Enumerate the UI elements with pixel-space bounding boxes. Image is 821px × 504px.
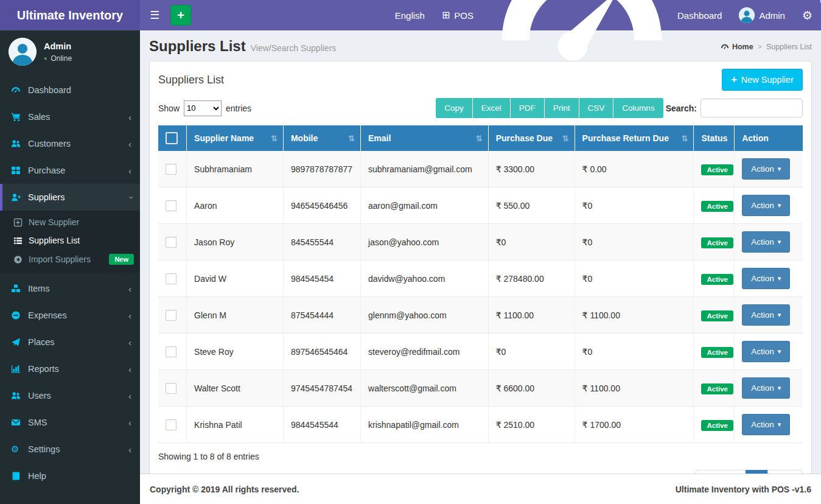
page-length-select[interactable]: 10 <box>184 100 222 116</box>
chevron-left-icon: ‹ <box>128 337 131 348</box>
status-badge: Active <box>701 274 733 285</box>
sort-icon: ⇅ <box>476 134 483 143</box>
sidebar-menu: Dashboard Sales‹ Customers‹ Purchase‹ Su… <box>0 77 140 211</box>
table-row: Krishna Patil 9844545544 krishnapatil@gm… <box>158 407 803 443</box>
col-status[interactable]: Status <box>694 125 735 151</box>
col-purchase-due[interactable]: Purchase Due⇅ <box>488 125 575 151</box>
table-row: Jason Roy 845455544 jason@yahoo.com ₹0 ₹… <box>158 224 803 261</box>
purchase-due-cell: ₹ 2510.00 <box>488 407 575 443</box>
breadcrumb-home[interactable]: Home <box>721 43 753 51</box>
sidebar-item-sales[interactable]: Sales‹ <box>0 103 140 130</box>
sidebar-item-new-supplier[interactable]: New Supplier <box>0 213 140 231</box>
purchase-return-due-cell: ₹ 1100.00 <box>575 297 694 334</box>
status-badge: Active <box>701 383 733 394</box>
sidebar-item-help[interactable]: Help <box>0 463 140 489</box>
search-input[interactable] <box>700 99 803 117</box>
sidebar-item-places[interactable]: Places‹ <box>0 329 140 355</box>
page-length-control: Show 10 entries <box>158 100 251 116</box>
status-badge: Active <box>701 201 733 212</box>
action-button[interactable]: Action▾ <box>742 341 790 362</box>
envelope-icon <box>11 418 21 427</box>
purchase-return-due-cell: ₹0 <box>575 334 694 370</box>
row-checkbox[interactable] <box>166 310 176 321</box>
sidebar-item-customers[interactable]: Customers‹ <box>0 130 140 157</box>
action-button[interactable]: Action▾ <box>742 231 790 253</box>
sidebar-item-suppliers[interactable]: Suppliers‹ <box>0 184 140 211</box>
user-avatar <box>9 38 37 66</box>
breadcrumb: Home > Suppliers List <box>721 43 812 51</box>
sidebar-item-dashboard[interactable]: Dashboard <box>0 77 140 103</box>
plus-square-icon <box>13 218 23 227</box>
row-checkbox[interactable] <box>166 273 176 284</box>
nav-pos[interactable]: ⊞POS <box>433 0 482 30</box>
col-purchase-return-due[interactable]: Purchase Return Due⇅ <box>575 125 694 151</box>
sidebar-item-purchase[interactable]: Purchase‹ <box>0 157 140 184</box>
sidebar-item-import-suppliers[interactable]: Import SuppliersNew <box>0 250 140 269</box>
sidebar-item-settings[interactable]: ⚙Settings‹ <box>0 436 140 463</box>
content: Suppliers List View/Search Suppliers Hom… <box>140 30 821 474</box>
status-cell: Active <box>694 187 735 224</box>
sidebar-item-suppliers-list[interactable]: Suppliers List <box>0 231 140 250</box>
mobile-cell: 9897878787877 <box>283 151 360 187</box>
action-button[interactable]: Action▾ <box>742 158 790 180</box>
purchase-return-due-cell: ₹ 1100.00 <box>575 370 694 407</box>
sidebar-item-users[interactable]: Users‹ <box>0 382 140 409</box>
action-cell: Action▾ <box>735 151 803 187</box>
row-select-cell <box>158 261 187 297</box>
panel-header: Suppliers List +New Supplier <box>158 69 803 91</box>
nav-user-menu[interactable]: Admin <box>730 0 794 30</box>
action-button[interactable]: Action▾ <box>742 414 790 435</box>
sidebar-item-reports[interactable]: Reports‹ <box>0 355 140 382</box>
purchase-due-cell: ₹0 <box>488 224 575 261</box>
sidebar-item-expenses[interactable]: Expenses‹ <box>0 302 140 329</box>
new-supplier-button[interactable]: +New Supplier <box>722 69 803 91</box>
email-cell: jason@yahoo.com <box>361 224 489 261</box>
row-checkbox[interactable] <box>166 200 176 211</box>
email-cell: aaron@gmail.com <box>361 187 489 224</box>
col-action[interactable]: Action <box>735 125 803 151</box>
nav-settings[interactable]: ⚙⚙ <box>794 0 821 30</box>
nav-dashboard[interactable]: Dashboard <box>482 0 730 30</box>
pos-icon: ⊞ <box>442 10 450 20</box>
action-button[interactable]: Action▾ <box>742 377 790 399</box>
sidebar-user-panel: Admin ●Online <box>0 30 140 74</box>
nav-language[interactable]: English <box>386 0 433 30</box>
export-copy-button[interactable]: Copy <box>436 98 473 118</box>
page-subtitle: View/Search Suppliers <box>251 43 337 53</box>
chevron-left-icon: ‹ <box>128 310 131 321</box>
row-checkbox[interactable] <box>166 419 176 430</box>
arrow-circle-icon <box>13 255 23 264</box>
user-name: Admin <box>44 41 72 51</box>
footer: Copyright © 2019 All rights reserved. Ul… <box>140 474 821 504</box>
sidebar-toggle-icon[interactable]: ☰ <box>140 0 169 30</box>
breadcrumb-separator: > <box>758 43 762 51</box>
table-row: Steve Roy 897546545464 steveroy@redifmai… <box>158 334 803 370</box>
select-all-checkbox[interactable] <box>166 132 178 144</box>
row-select-cell <box>158 407 187 443</box>
sidebar-item-sms[interactable]: SMS‹ <box>0 409 140 436</box>
row-checkbox[interactable] <box>166 383 176 394</box>
col-email[interactable]: Email⇅ <box>361 125 489 151</box>
action-button[interactable]: Action▾ <box>742 304 790 326</box>
app-logo[interactable]: Ultimate Inventory <box>0 0 140 30</box>
purchase-due-cell: ₹ 278480.00 <box>488 261 575 297</box>
col-mobile[interactable]: Mobile⇅ <box>283 125 360 151</box>
content-header: Suppliers List View/Search Suppliers Hom… <box>140 30 821 61</box>
sidebar-item-items[interactable]: Items‹ <box>0 275 140 302</box>
action-button[interactable]: Action▾ <box>742 195 790 216</box>
grid-icon <box>11 166 21 175</box>
row-checkbox[interactable] <box>166 164 176 175</box>
action-button[interactable]: Action▾ <box>742 268 790 289</box>
table-row: Subhramaniam 9897878787877 subhramaniam@… <box>158 151 803 187</box>
mobile-cell: 9844545544 <box>283 407 360 443</box>
status-badge: Active <box>701 310 733 321</box>
sidebar-menu-lower: Items‹ Expenses‹ Places‹ Reports‹ Users‹… <box>0 275 140 489</box>
supplier-name-cell: Jason Roy <box>187 224 284 261</box>
table-toolbar: Show 10 entries CopyExcelPDFPrintCSVColu… <box>158 98 803 118</box>
supplier-name-cell: Walter Scott <box>187 370 284 407</box>
row-checkbox[interactable] <box>166 346 176 357</box>
quick-add-button[interactable]: + <box>170 5 191 26</box>
col-supplier-name[interactable]: Supplier Name⇅ <box>187 125 284 151</box>
row-checkbox[interactable] <box>166 237 176 248</box>
chevron-left-icon: ‹ <box>128 418 131 428</box>
